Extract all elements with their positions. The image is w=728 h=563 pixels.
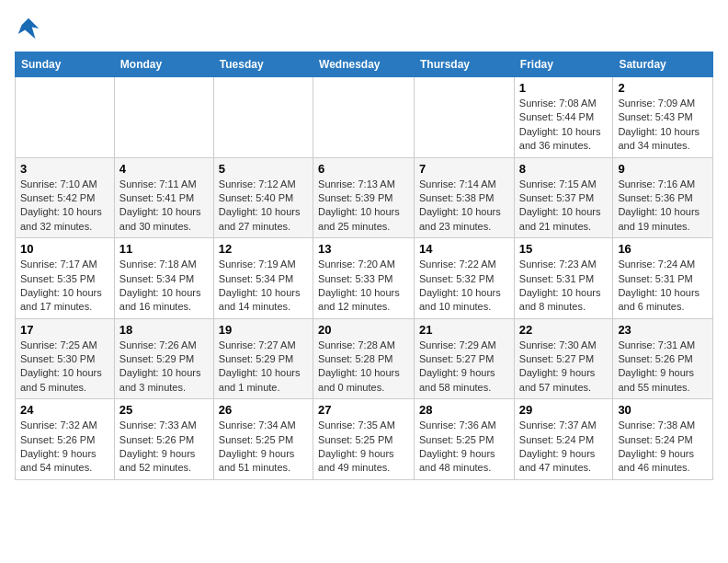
day-number: 1 (519, 81, 609, 95)
day-info: Sunrise: 7:14 AM Sunset: 5:38 PM Dayligh… (419, 178, 509, 235)
day-info: Sunrise: 7:29 AM Sunset: 5:27 PM Dayligh… (419, 339, 509, 396)
calendar-cell: 27Sunrise: 7:35 AM Sunset: 5:25 PM Dayli… (313, 399, 415, 480)
day-info: Sunrise: 7:08 AM Sunset: 5:44 PM Dayligh… (519, 97, 609, 154)
day-number: 17 (20, 323, 109, 337)
calendar-cell: 28Sunrise: 7:36 AM Sunset: 5:25 PM Dayli… (415, 399, 515, 480)
logo-bird-icon (15, 15, 42, 42)
day-info: Sunrise: 7:17 AM Sunset: 5:35 PM Dayligh… (20, 258, 109, 315)
calendar-cell (313, 77, 415, 158)
calendar-week-row: 3Sunrise: 7:10 AM Sunset: 5:42 PM Daylig… (16, 157, 713, 238)
day-info: Sunrise: 7:23 AM Sunset: 5:31 PM Dayligh… (519, 258, 609, 315)
day-info: Sunrise: 7:28 AM Sunset: 5:28 PM Dayligh… (318, 339, 409, 396)
day-number: 11 (119, 242, 209, 256)
calendar-cell: 19Sunrise: 7:27 AM Sunset: 5:29 PM Dayli… (213, 318, 313, 399)
calendar-cell: 26Sunrise: 7:34 AM Sunset: 5:25 PM Dayli… (213, 399, 313, 480)
calendar-cell: 4Sunrise: 7:11 AM Sunset: 5:41 PM Daylig… (114, 157, 213, 238)
day-number: 30 (618, 403, 708, 417)
day-info: Sunrise: 7:19 AM Sunset: 5:34 PM Dayligh… (219, 258, 308, 315)
weekday-header-cell: Saturday (613, 52, 713, 77)
day-number: 25 (119, 403, 209, 417)
weekday-header-cell: Friday (514, 52, 613, 77)
weekday-header-cell: Thursday (415, 52, 515, 77)
day-number: 14 (419, 242, 509, 256)
day-info: Sunrise: 7:24 AM Sunset: 5:31 PM Dayligh… (618, 258, 708, 315)
day-info: Sunrise: 7:37 AM Sunset: 5:24 PM Dayligh… (519, 419, 609, 476)
calendar-cell: 14Sunrise: 7:22 AM Sunset: 5:32 PM Dayli… (415, 238, 515, 319)
day-info: Sunrise: 7:10 AM Sunset: 5:42 PM Dayligh… (20, 178, 109, 235)
day-info: Sunrise: 7:30 AM Sunset: 5:27 PM Dayligh… (519, 339, 609, 396)
day-info: Sunrise: 7:09 AM Sunset: 5:43 PM Dayligh… (618, 97, 708, 154)
day-number: 26 (219, 403, 308, 417)
calendar-cell: 8Sunrise: 7:15 AM Sunset: 5:37 PM Daylig… (514, 157, 613, 238)
calendar-cell (16, 77, 115, 158)
calendar-cell: 11Sunrise: 7:18 AM Sunset: 5:34 PM Dayli… (114, 238, 213, 319)
calendar-cell: 6Sunrise: 7:13 AM Sunset: 5:39 PM Daylig… (313, 157, 415, 238)
day-number: 18 (119, 323, 209, 337)
calendar-cell: 17Sunrise: 7:25 AM Sunset: 5:30 PM Dayli… (16, 318, 115, 399)
logo (15, 15, 46, 42)
day-number: 19 (219, 323, 308, 337)
day-info: Sunrise: 7:11 AM Sunset: 5:41 PM Dayligh… (119, 178, 209, 235)
day-info: Sunrise: 7:33 AM Sunset: 5:26 PM Dayligh… (119, 419, 209, 476)
day-number: 5 (219, 162, 308, 176)
calendar-cell: 24Sunrise: 7:32 AM Sunset: 5:26 PM Dayli… (16, 399, 115, 480)
day-info: Sunrise: 7:15 AM Sunset: 5:37 PM Dayligh… (519, 178, 609, 235)
day-info: Sunrise: 7:20 AM Sunset: 5:33 PM Dayligh… (318, 258, 409, 315)
weekday-header-cell: Wednesday (313, 52, 415, 77)
day-info: Sunrise: 7:16 AM Sunset: 5:36 PM Dayligh… (618, 178, 708, 235)
day-number: 28 (419, 403, 509, 417)
day-number: 2 (618, 81, 708, 95)
calendar-cell: 7Sunrise: 7:14 AM Sunset: 5:38 PM Daylig… (415, 157, 515, 238)
calendar-table: SundayMondayTuesdayWednesdayThursdayFrid… (15, 52, 713, 480)
calendar-body: 1Sunrise: 7:08 AM Sunset: 5:44 PM Daylig… (16, 77, 713, 480)
calendar-cell (213, 77, 313, 158)
page-header (15, 15, 713, 42)
calendar-week-row: 24Sunrise: 7:32 AM Sunset: 5:26 PM Dayli… (16, 399, 713, 480)
day-number: 9 (618, 162, 708, 176)
day-number: 8 (519, 162, 609, 176)
calendar-cell: 29Sunrise: 7:37 AM Sunset: 5:24 PM Dayli… (514, 399, 613, 480)
day-info: Sunrise: 7:18 AM Sunset: 5:34 PM Dayligh… (119, 258, 209, 315)
calendar-cell: 23Sunrise: 7:31 AM Sunset: 5:26 PM Dayli… (613, 318, 713, 399)
calendar-cell: 22Sunrise: 7:30 AM Sunset: 5:27 PM Dayli… (514, 318, 613, 399)
day-info: Sunrise: 7:38 AM Sunset: 5:24 PM Dayligh… (618, 419, 708, 476)
calendar-cell (114, 77, 213, 158)
calendar-cell: 30Sunrise: 7:38 AM Sunset: 5:24 PM Dayli… (613, 399, 713, 480)
day-info: Sunrise: 7:34 AM Sunset: 5:25 PM Dayligh… (219, 419, 308, 476)
calendar-cell (415, 77, 515, 158)
day-number: 23 (618, 323, 708, 337)
calendar-cell: 10Sunrise: 7:17 AM Sunset: 5:35 PM Dayli… (16, 238, 115, 319)
day-info: Sunrise: 7:12 AM Sunset: 5:40 PM Dayligh… (219, 178, 308, 235)
day-number: 7 (419, 162, 509, 176)
day-info: Sunrise: 7:36 AM Sunset: 5:25 PM Dayligh… (419, 419, 509, 476)
calendar-cell: 5Sunrise: 7:12 AM Sunset: 5:40 PM Daylig… (213, 157, 313, 238)
day-number: 15 (519, 242, 609, 256)
calendar-cell: 12Sunrise: 7:19 AM Sunset: 5:34 PM Dayli… (213, 238, 313, 319)
calendar-cell: 2Sunrise: 7:09 AM Sunset: 5:43 PM Daylig… (613, 77, 713, 158)
calendar-cell: 3Sunrise: 7:10 AM Sunset: 5:42 PM Daylig… (16, 157, 115, 238)
day-number: 27 (318, 403, 409, 417)
calendar-cell: 13Sunrise: 7:20 AM Sunset: 5:33 PM Dayli… (313, 238, 415, 319)
day-info: Sunrise: 7:25 AM Sunset: 5:30 PM Dayligh… (20, 339, 109, 396)
day-info: Sunrise: 7:13 AM Sunset: 5:39 PM Dayligh… (318, 178, 409, 235)
svg-marker-0 (18, 18, 40, 40)
day-number: 29 (519, 403, 609, 417)
day-info: Sunrise: 7:27 AM Sunset: 5:29 PM Dayligh… (219, 339, 308, 396)
day-number: 20 (318, 323, 409, 337)
day-number: 24 (20, 403, 109, 417)
weekday-header-cell: Monday (114, 52, 213, 77)
day-info: Sunrise: 7:32 AM Sunset: 5:26 PM Dayligh… (20, 419, 109, 476)
calendar-cell: 21Sunrise: 7:29 AM Sunset: 5:27 PM Dayli… (415, 318, 515, 399)
calendar-cell: 1Sunrise: 7:08 AM Sunset: 5:44 PM Daylig… (514, 77, 613, 158)
day-info: Sunrise: 7:35 AM Sunset: 5:25 PM Dayligh… (318, 419, 409, 476)
day-number: 16 (618, 242, 708, 256)
calendar-week-row: 17Sunrise: 7:25 AM Sunset: 5:30 PM Dayli… (16, 318, 713, 399)
day-number: 22 (519, 323, 609, 337)
day-number: 12 (219, 242, 308, 256)
day-info: Sunrise: 7:22 AM Sunset: 5:32 PM Dayligh… (419, 258, 509, 315)
weekday-header-cell: Sunday (16, 52, 115, 77)
day-number: 13 (318, 242, 409, 256)
day-info: Sunrise: 7:26 AM Sunset: 5:29 PM Dayligh… (119, 339, 209, 396)
weekday-header-cell: Tuesday (213, 52, 313, 77)
calendar-week-row: 1Sunrise: 7:08 AM Sunset: 5:44 PM Daylig… (16, 77, 713, 158)
